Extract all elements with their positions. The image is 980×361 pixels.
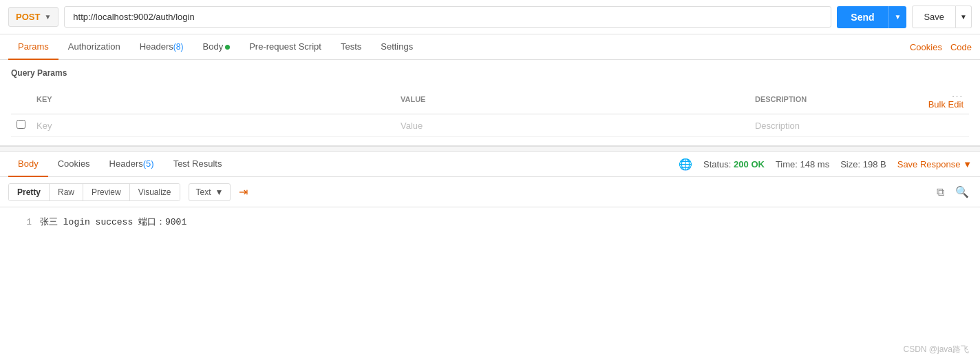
send-dropdown-button[interactable]: ▼ bbox=[888, 6, 907, 28]
col-description: DESCRIPTION bbox=[749, 85, 914, 114]
response-tab-cookies[interactable]: Cookies bbox=[48, 152, 100, 177]
body-dot bbox=[225, 45, 230, 50]
tab-authorization[interactable]: Authorization bbox=[58, 34, 130, 60]
description-placeholder: Description bbox=[755, 121, 800, 131]
tab-settings[interactable]: Settings bbox=[371, 34, 423, 60]
format-tabs: Pretty Raw Preview Visualize bbox=[8, 183, 180, 201]
save-dropdown-button[interactable]: ▼ bbox=[956, 6, 972, 28]
size-label: Size: 198 B bbox=[840, 159, 886, 169]
method-chevron: ▼ bbox=[44, 13, 51, 21]
time-value: 148 ms bbox=[800, 159, 830, 169]
format-preview[interactable]: Preview bbox=[83, 184, 130, 200]
response-meta: 🌐 Status: 200 OK Time: 148 ms Size: 198 … bbox=[679, 158, 972, 171]
response-tab-headers[interactable]: Headers(5) bbox=[100, 152, 164, 177]
request-tabs: Params Authorization Headers(8) Body Pre… bbox=[0, 34, 980, 60]
col-key: KEY bbox=[31, 85, 395, 114]
bulk-edit-button[interactable]: Bulk Edit bbox=[928, 99, 963, 110]
code-content: 张三 login success 端口：9001 bbox=[40, 217, 187, 227]
format-visualize[interactable]: Visualize bbox=[130, 184, 180, 200]
response-tab-body[interactable]: Body bbox=[8, 152, 48, 177]
code-output: 1张三 login success 端口：9001 bbox=[0, 207, 980, 249]
value-placeholder: Value bbox=[401, 121, 423, 131]
time-label: Time: 148 ms bbox=[776, 159, 829, 169]
more-button[interactable]: ... bbox=[952, 89, 963, 99]
table-row: Key Value Description bbox=[11, 114, 969, 137]
code-link[interactable]: Code bbox=[950, 42, 972, 52]
type-select[interactable]: Text ▼ bbox=[189, 183, 231, 201]
tab-headers[interactable]: Headers(8) bbox=[130, 34, 193, 60]
size-value: 198 B bbox=[863, 159, 886, 169]
save-group: Save ▼ bbox=[912, 6, 972, 28]
response-tabs: Body Cookies Headers(5) Test Results 🌐 S… bbox=[0, 152, 980, 177]
top-bar: POST ▼ Send ▼ Save ▼ bbox=[0, 0, 980, 34]
tab-tests[interactable]: Tests bbox=[331, 34, 371, 60]
send-button[interactable]: Send bbox=[837, 6, 888, 28]
method-label: POST bbox=[16, 12, 40, 22]
query-params-title: Query Params bbox=[11, 68, 969, 78]
send-group: Send ▼ bbox=[837, 6, 906, 28]
col-checkbox bbox=[11, 85, 31, 114]
response-tab-test-results[interactable]: Test Results bbox=[164, 152, 232, 177]
status-value: 200 OK bbox=[734, 159, 765, 169]
status-label: Status: 200 OK bbox=[703, 159, 765, 169]
col-value: VALUE bbox=[395, 85, 749, 114]
tab-body[interactable]: Body bbox=[193, 34, 240, 60]
response-toolbar: Pretty Raw Preview Visualize Text ▼ ⇥ ⧉ … bbox=[0, 177, 980, 207]
method-select[interactable]: POST ▼ bbox=[8, 7, 58, 27]
params-table: KEY VALUE DESCRIPTION ... Bulk Edit Key … bbox=[11, 85, 969, 137]
search-button[interactable]: 🔍 bbox=[952, 183, 972, 201]
section-divider bbox=[0, 146, 980, 152]
toolbar-right: ⧉ 🔍 bbox=[934, 183, 972, 201]
format-raw[interactable]: Raw bbox=[50, 184, 83, 200]
wrap-icon[interactable]: ⇥ bbox=[239, 185, 248, 198]
tabs-right-links: Cookies Code bbox=[910, 42, 972, 52]
key-placeholder: Key bbox=[36, 121, 52, 131]
copy-button[interactable]: ⧉ bbox=[934, 183, 947, 201]
save-button[interactable]: Save bbox=[912, 6, 956, 28]
cookies-link[interactable]: Cookies bbox=[910, 42, 942, 52]
col-actions: ... Bulk Edit bbox=[914, 85, 969, 114]
tab-params[interactable]: Params bbox=[8, 34, 58, 60]
tab-pre-request[interactable]: Pre-request Script bbox=[239, 34, 331, 60]
format-pretty[interactable]: Pretty bbox=[9, 184, 50, 200]
globe-icon: 🌐 bbox=[679, 158, 692, 171]
query-params-section: Query Params KEY VALUE DESCRIPTION ... B… bbox=[0, 60, 980, 146]
row-checkbox[interactable] bbox=[17, 120, 25, 129]
url-input[interactable] bbox=[64, 6, 831, 28]
line-number: 1 bbox=[11, 217, 32, 227]
save-response-button[interactable]: Save Response ▼ bbox=[897, 159, 972, 169]
